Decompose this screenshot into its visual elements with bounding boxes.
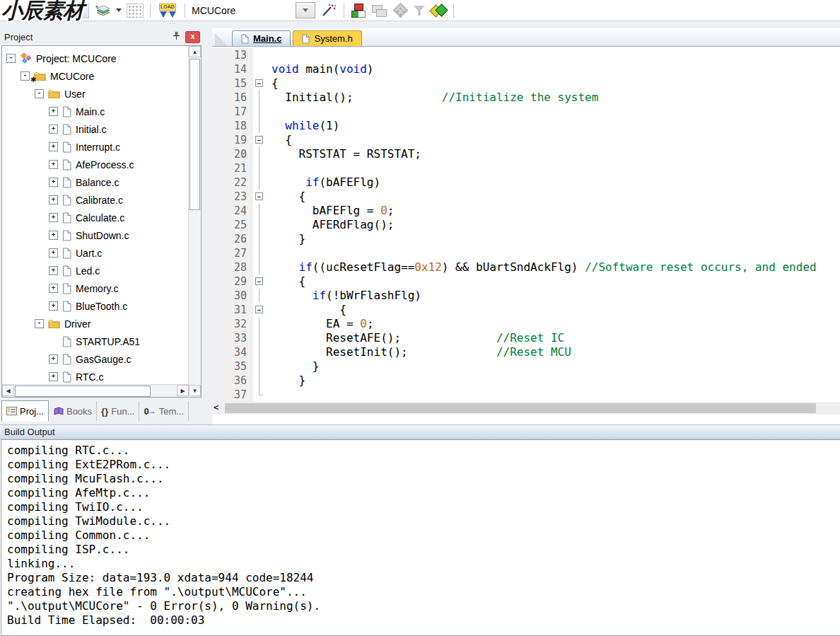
code-line-31[interactable]: 31 {	[212, 303, 840, 317]
horizontal-scroll-thumb[interactable]	[15, 386, 151, 397]
tree-item-initial-c[interactable]: +Initial.c	[2, 120, 189, 138]
tree-item-calculate-c[interactable]: +Calculate.c	[2, 209, 189, 226]
project-tree[interactable]: -Project: MCUCore-✱MCUCore-User+Main.c+I…	[2, 46, 189, 385]
tree-item-mcucore[interactable]: -✱MCUCore	[2, 67, 189, 85]
code-editor[interactable]: 1314void main(void)15{16 Initial(); //In…	[212, 47, 840, 402]
vertical-scroll-thumb[interactable]	[189, 59, 200, 210]
pin-icon[interactable]	[173, 31, 180, 42]
tree-item-project-mcucore[interactable]: -Project: MCUCore	[2, 50, 189, 67]
expand-expander-icon[interactable]: +	[49, 372, 58, 381]
scroll-right-button[interactable]: ▶	[177, 385, 189, 396]
fold-collapse-icon[interactable]	[253, 76, 266, 91]
code-line-30[interactable]: 30 if(!bWrFlashFlg)	[212, 289, 840, 303]
expand-expander-icon[interactable]: +	[49, 248, 58, 258]
code-line-14[interactable]: 14void main(void)	[212, 62, 840, 76]
target-select-dropdown-button[interactable]	[296, 2, 315, 18]
code-line-23[interactable]: 23 {	[212, 190, 840, 204]
code-line-13[interactable]: 13	[212, 48, 840, 62]
code-line-29[interactable]: 29 {	[212, 274, 840, 289]
code-line-27[interactable]: 27	[212, 246, 840, 260]
code-line-21[interactable]: 21	[212, 161, 840, 175]
expand-expander-icon[interactable]: +	[49, 354, 58, 364]
expand-expander-icon[interactable]: +	[49, 301, 58, 311]
code-line-25[interactable]: 25 AFERdFlag();	[212, 218, 840, 232]
code-line-26[interactable]: 26 }	[212, 232, 840, 246]
expand-expander-icon[interactable]: +	[49, 213, 58, 222]
tree-horizontal-scrollbar[interactable]: ◀ ▶	[2, 384, 189, 397]
scroll-up-button[interactable]: ▲	[189, 46, 201, 57]
code-line-28[interactable]: 28 if((ucResetFlag==0x12) && bUartSndAck…	[212, 260, 840, 274]
tree-item-driver[interactable]: -Driver	[2, 315, 189, 333]
collapse-expander-icon[interactable]: -	[35, 89, 44, 98]
code-line-19[interactable]: 19 {	[212, 133, 840, 147]
editor-tab-system-h[interactable]: System.h	[293, 30, 361, 46]
fold-collapse-icon[interactable]	[253, 274, 266, 289]
tree-item-rtc-c[interactable]: +RTC.c	[2, 368, 189, 385]
target-select[interactable]: MCUCore	[192, 5, 291, 16]
code-line-32[interactable]: 32 EA = 0;	[212, 317, 840, 331]
tree-item-interrupt-c[interactable]: +Interrupt.c	[2, 138, 189, 156]
expand-expander-icon[interactable]: +	[49, 178, 58, 187]
build-output-log[interactable]: compiling RTC.c...compiling ExtE2PRom.c.…	[1, 439, 840, 636]
code-line-37[interactable]: 37	[212, 388, 840, 402]
tree-item-shutdown-c[interactable]: +ShutDown.c	[2, 226, 189, 244]
collapse-expander-icon[interactable]: -	[6, 54, 16, 63]
horizontal-scroll-thumb[interactable]	[225, 403, 816, 413]
collapse-expander-icon[interactable]: -	[35, 319, 44, 328]
tree-item-uart-c[interactable]: +Uart.c	[2, 244, 189, 262]
code-line-20[interactable]: 20 RSTSTAT = RSTSTAT;	[212, 147, 840, 161]
code-line-35[interactable]: 35 }	[212, 359, 840, 374]
expand-expander-icon[interactable]: +	[49, 231, 58, 240]
collapse-expander-icon[interactable]: -	[21, 71, 30, 81]
code-line-17[interactable]: 17	[212, 105, 840, 119]
download-flash-button[interactable]: LOAD ✶	[157, 4, 178, 18]
editor-horizontal-scrollbar[interactable]: <	[212, 402, 840, 415]
tree-item-bluetooth-c[interactable]: +BlueTooth.c	[2, 297, 189, 315]
tree-item-memory-c[interactable]: +Memory.c	[2, 279, 189, 297]
pack-installer-icon[interactable]	[430, 4, 447, 18]
tree-vertical-scrollbar[interactable]: ▲	[188, 46, 201, 385]
expand-expander-icon[interactable]: +	[49, 284, 58, 293]
code-line-22[interactable]: 22 if(bAFEFlg)	[212, 175, 840, 190]
translate-file-icon[interactable]	[33, 3, 48, 18]
code-line-33[interactable]: 33 ResetAFE(); //Reset IC	[212, 331, 840, 345]
panel-tab-fun[interactable]: {}Fun...	[97, 401, 139, 421]
scroll-left-button[interactable]: <	[214, 403, 218, 412]
code-line-15[interactable]: 15{	[212, 76, 840, 91]
tree-item-main-c[interactable]: +Main.c	[2, 103, 189, 120]
code-line-34[interactable]: 34 ResetInit(); //Reset MCU	[212, 345, 840, 359]
target-options-button[interactable]	[320, 4, 337, 18]
code-line-36[interactable]: 36 }	[212, 374, 840, 388]
expand-expander-icon[interactable]: +	[49, 266, 58, 275]
expand-expander-icon[interactable]: +	[49, 142, 58, 151]
expand-expander-icon[interactable]: +	[49, 160, 58, 169]
tree-item-gasgauge-c[interactable]: +GasGauge.c	[2, 350, 189, 368]
scroll-left-button[interactable]: ◀	[2, 385, 14, 396]
tree-item-afeprocess-c[interactable]: +AfeProcess.c	[2, 156, 189, 173]
expand-expander-icon[interactable]: +	[49, 195, 58, 204]
editor-tab-main-c[interactable]: Main.c	[232, 30, 291, 46]
manage-components-icon[interactable]	[351, 4, 366, 18]
fold-collapse-icon[interactable]	[253, 303, 266, 317]
build-icon[interactable]	[53, 3, 69, 18]
tree-item-balance-c[interactable]: +Balance.c	[2, 173, 189, 191]
panel-tab-books[interactable]: Books	[49, 401, 97, 421]
expand-expander-icon[interactable]: +	[49, 107, 58, 116]
scroll-down-button[interactable]: ▼	[189, 385, 201, 396]
rebuild-icon[interactable]	[74, 3, 89, 18]
code-line-24[interactable]: 24 bAFEFlg = 0;	[212, 204, 840, 218]
expand-expander-icon[interactable]: +	[49, 125, 58, 134]
tree-item-user[interactable]: -User	[2, 85, 189, 103]
panel-tab-proj[interactable]: Proj...	[1, 400, 49, 422]
tree-item-startup-a51[interactable]: +STARTUP.A51	[2, 333, 189, 350]
tree-item-calibrate-c[interactable]: +Calibrate.c	[2, 191, 189, 209]
code-line-18[interactable]: 18 while(1)	[212, 119, 840, 133]
close-panel-button[interactable]: x	[185, 31, 200, 43]
panel-tab-tem[interactable]: 0→Tem...	[139, 401, 189, 421]
batch-build-dropdown-icon[interactable]	[116, 8, 122, 12]
code-line-16[interactable]: 16 Initial(); //Initialize the system	[212, 91, 840, 105]
fold-collapse-icon[interactable]	[253, 133, 266, 147]
batch-build-icon[interactable]: ✦	[94, 4, 111, 18]
tree-item-led-c[interactable]: +Led.c	[2, 262, 189, 279]
fold-collapse-icon[interactable]	[253, 190, 266, 204]
